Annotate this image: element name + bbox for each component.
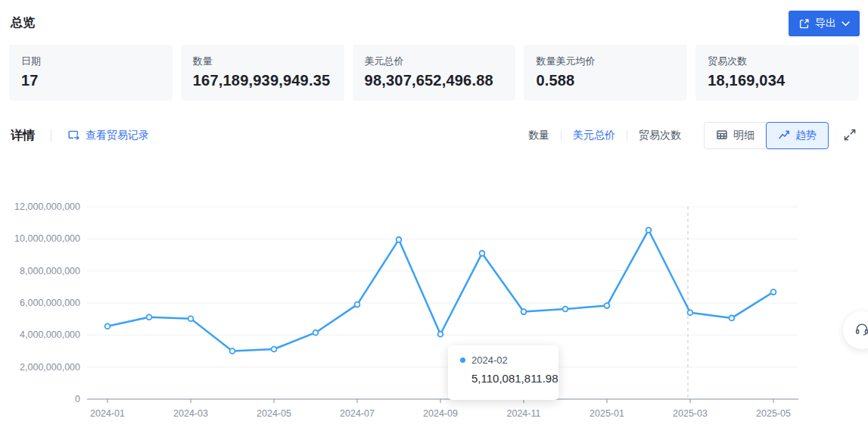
x-axis-tick-label: 2025-01 bbox=[590, 408, 624, 419]
tab-quantity[interactable]: 数量 bbox=[528, 129, 549, 142]
y-axis-tick-label: 0 bbox=[75, 394, 80, 404]
page-title: 总览 bbox=[11, 15, 35, 31]
data-point bbox=[605, 303, 610, 308]
chart-tooltip: 2024-02 5,110,081,811.98 bbox=[448, 345, 558, 400]
stats-row: 日期 17 数量 167,189,939,949.35 美元总价 98,307,… bbox=[9, 45, 859, 101]
data-point bbox=[188, 316, 194, 321]
tooltip-series-label: 2024-02 bbox=[471, 354, 508, 366]
stat-label: 数量美元均价 bbox=[536, 55, 675, 68]
fullscreen-button[interactable] bbox=[841, 126, 859, 146]
detail-view-label: 明细 bbox=[733, 129, 754, 142]
detail-toolbar: 详情 查看贸易记录 数量 美元总价 贸易次数 bbox=[11, 121, 859, 150]
stat-card-quantity: 数量 167,189,939,949.35 bbox=[181, 45, 344, 101]
export-icon bbox=[798, 18, 810, 30]
y-axis-tick-label: 4,000,000,000 bbox=[20, 329, 80, 340]
stat-card-date: 日期 17 bbox=[9, 45, 173, 101]
stat-value: 17 bbox=[21, 72, 160, 89]
divider bbox=[561, 130, 562, 141]
data-point bbox=[397, 237, 402, 242]
x-axis-tick-label: 2024-03 bbox=[173, 408, 208, 419]
tab-trade-count[interactable]: 贸易次数 bbox=[639, 129, 681, 142]
chevron-down-icon bbox=[842, 21, 850, 27]
table-icon bbox=[716, 129, 728, 143]
stat-label: 贸易次数 bbox=[708, 55, 847, 68]
stat-value: 18,169,034 bbox=[708, 72, 847, 89]
headset-icon bbox=[854, 321, 868, 340]
overview-page: 总览 导出 日期 17 数量 167,189,939,949.35 bbox=[0, 0, 868, 437]
data-point bbox=[646, 227, 652, 233]
trend-view-label: 趋势 bbox=[795, 129, 817, 142]
data-point bbox=[355, 302, 360, 307]
data-point bbox=[438, 332, 443, 337]
page-header: 总览 导出 bbox=[0, 0, 868, 42]
data-point bbox=[313, 330, 319, 336]
stat-value: 167,189,939,949.35 bbox=[193, 72, 332, 89]
data-point bbox=[521, 309, 527, 314]
stat-card-avg-price: 数量美元均价 0.588 bbox=[524, 45, 687, 101]
x-axis-tick-label: 2024-05 bbox=[257, 408, 291, 419]
data-point bbox=[147, 314, 152, 320]
data-point bbox=[480, 251, 485, 256]
trend-view-button[interactable]: 趋势 bbox=[766, 122, 829, 149]
view-switch-group: 明细 趋势 bbox=[704, 122, 829, 149]
export-button-label: 导出 bbox=[815, 17, 836, 30]
series-dot-icon bbox=[460, 357, 465, 363]
view-trade-records-label: 查看贸易记录 bbox=[86, 129, 149, 142]
line-chart-icon bbox=[778, 129, 790, 143]
divider bbox=[51, 129, 51, 142]
record-card-icon bbox=[67, 129, 80, 143]
y-axis-tick-label: 6,000,000,000 bbox=[20, 298, 80, 308]
data-point bbox=[230, 348, 235, 354]
stat-value: 98,307,652,496.88 bbox=[365, 72, 504, 89]
data-point bbox=[105, 323, 110, 329]
x-axis-tick-label: 2024-01 bbox=[90, 408, 125, 419]
data-point bbox=[272, 347, 277, 352]
data-point bbox=[730, 316, 735, 321]
stat-label: 美元总价 bbox=[365, 55, 504, 68]
tab-usd-total[interactable]: 美元总价 bbox=[573, 129, 615, 142]
y-axis-tick-label: 12,000,000,000 bbox=[14, 201, 80, 212]
stat-label: 数量 bbox=[193, 55, 332, 68]
tooltip-value: 5,110,081,811.98 bbox=[460, 372, 546, 385]
data-point bbox=[563, 307, 568, 312]
y-axis-tick-label: 8,000,000,000 bbox=[20, 266, 80, 276]
x-axis-tick-label: 2024-09 bbox=[423, 408, 458, 419]
divider bbox=[627, 130, 627, 141]
x-axis-tick-label: 2025-05 bbox=[756, 408, 791, 419]
x-axis-tick-label: 2024-07 bbox=[340, 408, 375, 419]
x-axis-tick-label: 2024-11 bbox=[507, 408, 541, 419]
view-trade-records-link[interactable]: 查看贸易记录 bbox=[67, 129, 149, 143]
fullscreen-expand-icon bbox=[842, 133, 857, 145]
export-button[interactable]: 导出 bbox=[789, 11, 860, 36]
metric-tab-group: 数量 美元总价 贸易次数 bbox=[528, 129, 681, 142]
x-axis-tick-label: 2025-03 bbox=[673, 408, 708, 419]
stat-card-usd-total: 美元总价 98,307,652,496.88 bbox=[353, 45, 516, 101]
detail-view-button[interactable]: 明细 bbox=[704, 122, 767, 149]
data-point bbox=[688, 310, 693, 315]
stat-label: 日期 bbox=[21, 55, 160, 68]
trend-line-chart[interactable]: 12,000,000,00010,000,000,0008,000,000,00… bbox=[0, 188, 868, 430]
y-axis-tick-label: 10,000,000,000 bbox=[14, 233, 80, 244]
y-axis-tick-label: 2,000,000,000 bbox=[20, 362, 80, 373]
stat-value: 0.588 bbox=[536, 72, 675, 89]
data-point bbox=[771, 289, 776, 295]
section-title: 详情 bbox=[11, 128, 35, 144]
stat-card-trade-count: 贸易次数 18,169,034 bbox=[695, 45, 859, 101]
